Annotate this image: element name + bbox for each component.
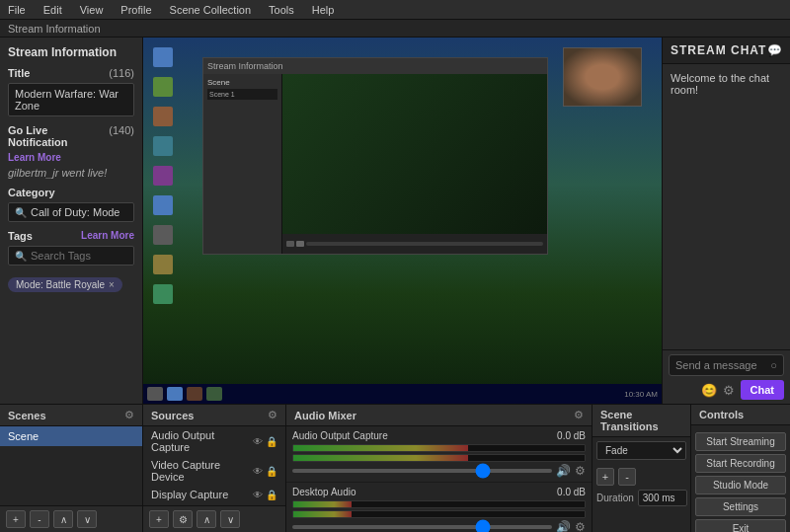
studio-mode-btn[interactable]: Studio Mode <box>695 476 786 494</box>
audio-track-2-name: Desktop Audio <box>292 487 356 497</box>
chat-messages: Welcome to the chat room! <box>663 64 790 349</box>
source-video-lock-icon[interactable]: 🔒 <box>266 466 277 477</box>
source-up-btn[interactable]: ∧ <box>197 510 216 528</box>
start-streaming-btn[interactable]: Start Streaming <box>695 432 786 451</box>
audio-track-2: Desktop Audio 0.0 dB 🔊 ⚙ <box>286 483 592 532</box>
source-display-icons: 👁 🔒 <box>253 490 277 500</box>
chat-input-box[interactable]: Send a message ○ <box>669 354 784 376</box>
audio-panel: Audio Mixer ⚙ Audio Output Capture 0.0 d… <box>286 405 592 532</box>
audio-slider-2[interactable] <box>292 525 552 529</box>
menu-file[interactable]: File <box>4 4 30 16</box>
source-lock-icon[interactable]: 🔒 <box>266 436 277 447</box>
transitions-header: Scene Transitions <box>592 405 690 437</box>
preview-area: Stream Information Scene Scene 1 <box>143 38 662 404</box>
source-display-lock-icon[interactable]: 🔒 <box>266 490 277 500</box>
scene-item-scene[interactable]: Scene <box>0 426 142 446</box>
center-area: Stream Information Scene Scene 1 <box>143 38 662 404</box>
menu-profile[interactable]: Profile <box>117 4 155 16</box>
sources-lock-btn[interactable]: ⚙ <box>268 409 277 421</box>
audio-mute-icon-2[interactable]: 🔊 <box>556 520 571 532</box>
scene-remove-btn[interactable]: - <box>30 510 49 528</box>
sources-footer: + ⚙ ∧ ∨ <box>143 505 285 532</box>
source-video-eye-icon[interactable]: 👁 <box>253 466 263 477</box>
transition-add-btn[interactable]: + <box>596 468 614 486</box>
chat-send-button[interactable]: Chat <box>741 380 784 400</box>
audio-track-1-header: Audio Output Capture 0.0 dB <box>292 430 586 441</box>
tags-input[interactable] <box>31 250 127 262</box>
embedded-obs-window: Stream Information Scene Scene 1 <box>202 57 548 255</box>
source-list: Audio Output Capture 👁 🔒 Video Capture D… <box>143 426 285 505</box>
controls-panel: Controls Start Streaming Start Recording… <box>691 405 790 532</box>
audio-controls-2: 🔊 ⚙ <box>292 520 586 532</box>
taskbar-preview: 10:30 AM <box>143 384 662 404</box>
tags-search-icon: 🔍 <box>15 251 27 262</box>
source-eye-icon[interactable]: 👁 <box>253 436 263 447</box>
duration-input[interactable] <box>638 490 687 506</box>
scene-down-btn[interactable]: ∨ <box>77 510 97 528</box>
source-item-video[interactable]: Video Capture Device 👁 🔒 <box>143 456 285 486</box>
menu-help[interactable]: Help <box>308 4 339 16</box>
settings-btn[interactable]: Settings <box>695 497 786 516</box>
audio-meter-fill-1a <box>293 445 468 451</box>
menu-view[interactable]: View <box>76 4 108 16</box>
audio-track-1-name: Audio Output Capture <box>292 430 388 441</box>
audio-meter-fill-2b <box>293 511 352 517</box>
audio-mute-icon-1[interactable]: 🔊 <box>556 464 571 478</box>
tags-search[interactable]: 🔍 <box>8 246 134 266</box>
source-item-audio[interactable]: Audio Output Capture 👁 🔒 <box>143 426 285 456</box>
scene-list: Scene <box>0 426 142 505</box>
stream-info-title: Stream Information <box>8 45 134 59</box>
tags-label-row: Tags Learn More <box>8 230 134 242</box>
audio-lock-btn[interactable]: ⚙ <box>574 409 584 421</box>
source-settings-btn[interactable]: ⚙ <box>173 510 193 528</box>
source-audio-label: Audio Output Capture <box>151 429 253 453</box>
obs-titlebar: Stream Information <box>203 58 547 74</box>
transition-controls: + - <box>592 464 690 490</box>
start-recording-btn[interactable]: Start Recording <box>695 454 786 473</box>
source-item-display[interactable]: Display Capture 👁 🔒 <box>143 486 285 503</box>
send-icon[interactable]: ○ <box>770 359 777 371</box>
source-down-btn[interactable]: ∨ <box>220 510 240 528</box>
audio-slider-1[interactable] <box>292 469 552 473</box>
scenes-lock-btn[interactable]: ⚙ <box>124 409 134 421</box>
menu-scene-collection[interactable]: Scene Collection <box>166 4 256 16</box>
chat-icon: 💬 <box>767 43 782 57</box>
scenes-panel: Scenes ⚙ Scene + - ∧ ∨ <box>0 405 143 532</box>
audio-meter-1a <box>292 444 586 452</box>
emoji-button[interactable]: 😊 <box>701 383 717 398</box>
chat-input-placeholder: Send a message <box>675 359 757 371</box>
desktop-icons <box>153 47 173 308</box>
scenes-title: Scenes <box>8 410 46 421</box>
source-video-label: Video Capture Device <box>151 459 253 483</box>
transition-remove-btn[interactable]: - <box>618 468 636 486</box>
audio-meter-1b <box>292 454 586 462</box>
category-input[interactable] <box>31 206 119 218</box>
audio-settings-icon-1[interactable]: ⚙ <box>575 464 586 478</box>
menu-tools[interactable]: Tools <box>265 4 298 16</box>
sources-title: Sources <box>151 410 194 421</box>
exit-btn[interactable]: Exit <box>695 519 786 532</box>
source-add-btn[interactable]: + <box>149 510 169 528</box>
chat-settings-button[interactable]: ⚙ <box>723 383 735 398</box>
controls-header: Controls <box>691 405 790 425</box>
title-input[interactable]: Modern Warfare: War Zone <box>8 83 134 116</box>
menu-edit[interactable]: Edit <box>40 4 66 16</box>
audio-settings-icon-2[interactable]: ⚙ <box>575 520 586 532</box>
scene-up-btn[interactable]: ∧ <box>53 510 73 528</box>
tags-learn-more[interactable]: Learn More <box>81 230 134 242</box>
audio-meter-fill-1b <box>293 455 468 461</box>
chat-header: STREAM CHAT 💬 <box>663 38 790 64</box>
transition-type-select[interactable]: Fade <box>596 441 686 460</box>
source-video-icons: 👁 🔒 <box>253 466 277 477</box>
chat-panel: STREAM CHAT 💬 Welcome to the chat room! … <box>662 38 790 404</box>
preview-screen: Stream Information Scene Scene 1 <box>143 38 662 404</box>
stream-info-panel: Stream Information Title (116) Modern Wa… <box>0 38 143 404</box>
tag-close-icon[interactable]: × <box>109 279 115 290</box>
source-display-eye-icon[interactable]: 👁 <box>253 490 263 500</box>
transitions-panel: Scene Transitions Fade + - Duration <box>592 405 691 532</box>
category-label: Category <box>8 187 134 198</box>
learn-more-link[interactable]: Learn More <box>8 152 61 163</box>
audio-track-1: Audio Output Capture 0.0 dB 🔊 ⚙ <box>286 426 592 483</box>
scene-add-btn[interactable]: + <box>6 510 26 528</box>
category-search[interactable]: 🔍 <box>8 202 134 222</box>
